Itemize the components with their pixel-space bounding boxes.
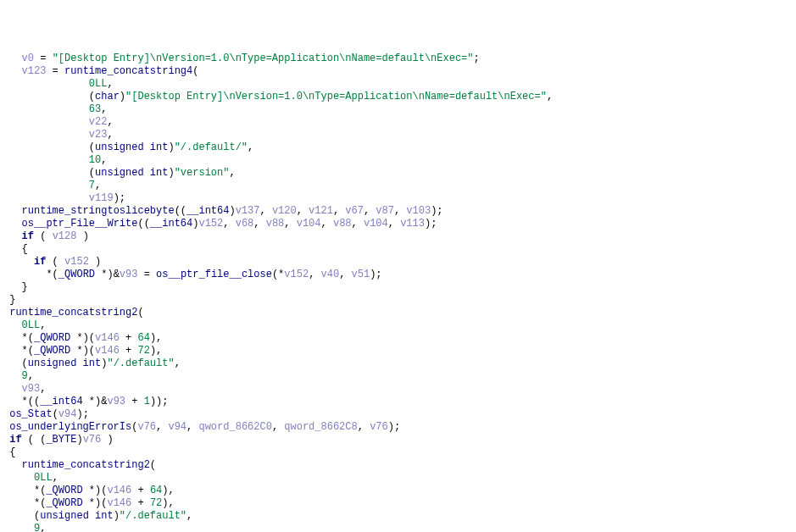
code-line: 0LL, xyxy=(3,78,793,91)
code-line: v93, xyxy=(3,383,793,396)
code-line: 0LL, xyxy=(3,319,793,332)
code-line: *(_QWORD *)(v146 + 64), xyxy=(3,332,793,345)
code-line: *(_QWORD *)(v146 + 72), xyxy=(3,345,793,357)
code-line: *(_QWORD *)(v146 + 72), xyxy=(3,497,793,510)
code-line: (unsigned int)"version", xyxy=(3,167,793,180)
code-line: (unsigned int)"/.default", xyxy=(3,510,793,523)
code-line: v0 = "[Desktop Entry]\nVersion=1.0\nType… xyxy=(3,53,793,65)
code-line: (char)"[Desktop Entry]\nVersion=1.0\nTyp… xyxy=(3,91,793,103)
code-line: } xyxy=(3,294,793,307)
code-line: os__ptr_File__Write((__int64)v152, v68, … xyxy=(3,218,793,230)
code-line: 9, xyxy=(3,370,793,383)
code-line: 10, xyxy=(3,154,793,167)
code-line: os_Stat(v94); xyxy=(3,408,793,421)
code-line: { xyxy=(3,243,793,256)
code-line: (unsigned int)"/.default/", xyxy=(3,141,793,154)
code-line: runtime_concatstring2( xyxy=(3,459,793,472)
code-line: *(_QWORD *)&v93 = os__ptr_file__close(*v… xyxy=(3,269,793,281)
code-line: 7, xyxy=(3,180,793,192)
code-line: if ( v128 ) xyxy=(3,230,793,243)
code-line: 0LL, xyxy=(3,472,793,485)
code-line: *((__int64 *)&v93 + 1)); xyxy=(3,396,793,408)
code-line: v119); xyxy=(3,192,793,205)
code-line: v123 = runtime_concatstring4( xyxy=(3,65,793,78)
code-line: runtime_concatstring2( xyxy=(3,307,793,319)
code-line: if ( v152 ) xyxy=(3,256,793,269)
code-line: runtime_stringtoslicebyte((__int64)v137,… xyxy=(3,205,793,218)
code-line: if ( (_BYTE)v76 ) xyxy=(3,434,793,446)
code-line: v22, xyxy=(3,116,793,129)
code-line: v23, xyxy=(3,129,793,141)
code-line: 9, xyxy=(3,523,793,532)
code-line: os_underlyingErrorIs(v76, v94, qword_866… xyxy=(3,421,793,434)
code-listing: v0 = "[Desktop Entry]\nVersion=1.0\nType… xyxy=(3,53,793,532)
code-line: { xyxy=(3,446,793,459)
code-line: *(_QWORD *)(v146 + 64), xyxy=(3,485,793,497)
code-line: 63, xyxy=(3,103,793,116)
code-line: } xyxy=(3,281,793,294)
code-line: (unsigned int)"/.default", xyxy=(3,357,793,370)
